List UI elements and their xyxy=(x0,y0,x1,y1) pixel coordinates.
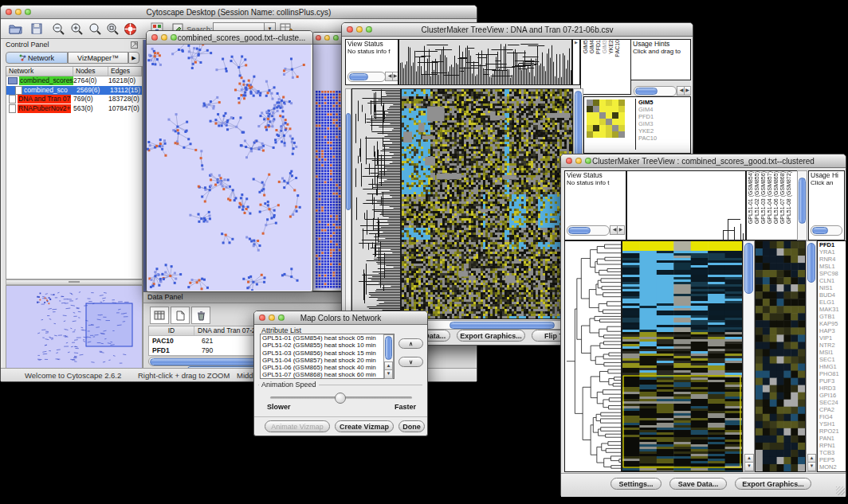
close-button[interactable] xyxy=(347,26,353,33)
network-titlebar[interactable]: combined_scores_good.txt--cluste... xyxy=(147,31,312,45)
tv1-status-hscrollbar[interactable] xyxy=(347,72,386,82)
gene-label[interactable]: VIP1 xyxy=(819,334,846,342)
resize-grip[interactable] xyxy=(836,486,845,495)
tv2-top-vscrollbar[interactable] xyxy=(797,170,807,240)
gene-label[interactable]: SEC24 xyxy=(819,399,846,406)
minimize-button[interactable] xyxy=(324,35,330,41)
col-network[interactable]: Network xyxy=(6,67,73,76)
tv2-zoom-vscrollbar[interactable]: ▲ ▼ xyxy=(806,240,817,472)
tab-network[interactable]: Network xyxy=(6,52,68,64)
delete-attribute-trash-icon[interactable] xyxy=(191,307,210,324)
gene-label[interactable]: GPI16 xyxy=(819,392,846,399)
attribute-item[interactable]: GPL51-02 (GSM855) heat shock 10 min xyxy=(261,342,394,349)
close-button[interactable] xyxy=(259,315,265,321)
scroll-down-arrow[interactable]: ▼ xyxy=(384,369,393,379)
tv2-zoomed-heatmap-canvas[interactable] xyxy=(755,240,806,472)
minimize-button[interactable] xyxy=(269,315,275,321)
tv1-hints-hscrollbar[interactable] xyxy=(634,86,677,96)
col-edges[interactable]: Edges xyxy=(108,67,142,76)
gene-label[interactable]: RPO21 xyxy=(819,428,846,435)
gene-label[interactable]: NTR2 xyxy=(819,342,846,349)
gene-label[interactable]: RPN1 xyxy=(819,442,846,449)
window-controls[interactable] xyxy=(151,34,177,41)
gene-label[interactable]: FIG4 xyxy=(819,413,846,420)
window-controls[interactable] xyxy=(316,35,339,41)
gene-label[interactable]: RNR4 xyxy=(819,256,846,263)
attribute-item[interactable]: GPL51-04 (GSM857) heat shock 20 min xyxy=(261,357,394,364)
tv2-column-dendrogram-canvas[interactable] xyxy=(626,170,746,240)
gene-label[interactable]: MAK31 xyxy=(819,306,846,313)
done-button[interactable]: Done xyxy=(398,420,425,432)
gene-label[interactable]: PAN1 xyxy=(819,435,846,442)
tv2-export-graphics-button[interactable]: Export Graphics... xyxy=(735,478,811,490)
tab-vizmapper[interactable]: VizMapper™ xyxy=(68,52,128,64)
gene-label[interactable]: MSL1 xyxy=(819,263,846,270)
minimize-button[interactable] xyxy=(161,34,167,41)
gene-label[interactable]: SPC98 xyxy=(819,270,846,277)
close-button[interactable] xyxy=(151,34,158,41)
gene-label[interactable]: MSI1 xyxy=(819,349,846,356)
treeview1-titlebar[interactable]: ClusterMaker TreeView : DNA and Tran 07-… xyxy=(342,23,693,37)
zoom-button[interactable] xyxy=(366,26,372,33)
gene-label[interactable]: YRA1 xyxy=(819,248,846,256)
zoom-button[interactable] xyxy=(585,158,591,164)
tv1-row-dendrogram-canvas[interactable] xyxy=(351,88,401,319)
gene-label[interactable]: NIS1 xyxy=(819,284,846,291)
zoom-button[interactable] xyxy=(333,35,339,41)
tv2-hints-hscrollbar[interactable] xyxy=(811,225,842,236)
tv1-similarity-matrix-canvas[interactable] xyxy=(587,100,625,138)
scroll-right-arrow[interactable]: ▶ xyxy=(684,86,691,96)
row-label[interactable]: GIM3 xyxy=(638,120,691,127)
minimize-button[interactable] xyxy=(15,9,22,15)
id-column-header[interactable]: ID xyxy=(149,326,194,335)
tv1-left-vscrollbar[interactable] xyxy=(345,88,351,319)
zoom-button[interactable] xyxy=(25,9,31,15)
row-label[interactable]: PAC10 xyxy=(638,135,691,142)
close-button[interactable] xyxy=(6,9,12,15)
window-controls[interactable] xyxy=(347,26,372,33)
gene-label[interactable]: PEP5 xyxy=(819,456,846,463)
zoom-out-icon[interactable] xyxy=(50,21,66,36)
network-row-combined-scores[interactable]: combined_scores 2764(0) 16218(0) xyxy=(6,76,142,86)
zoom-selected-icon[interactable] xyxy=(104,21,120,36)
column-label[interactable]: GIM3 xyxy=(602,40,608,53)
minimize-button[interactable] xyxy=(575,158,582,164)
select-attributes-icon[interactable] xyxy=(150,307,169,324)
panel-splitter[interactable] xyxy=(6,279,143,285)
scroll-right-arrow[interactable]: ▶ xyxy=(392,72,398,81)
gene-label[interactable]: GTB1 xyxy=(819,313,846,320)
help-lifering-icon[interactable] xyxy=(122,21,138,36)
new-attribute-icon[interactable] xyxy=(171,307,190,324)
create-vizmap-button[interactable]: Create Vizmap xyxy=(335,420,394,432)
scroll-right-arrow[interactable]: ▶ xyxy=(617,225,625,235)
main-titlebar[interactable]: Cytoscape Desktop (Session Name: collins… xyxy=(1,6,477,19)
column-label[interactable]: GPL51-03 (GSM856) xyxy=(760,171,767,224)
window-controls[interactable] xyxy=(6,9,31,15)
column-label[interactable]: GIM5 xyxy=(583,40,589,53)
close-button[interactable] xyxy=(566,158,572,164)
close-button[interactable] xyxy=(316,35,321,41)
gene-label[interactable]: PHO81 xyxy=(819,370,846,377)
zoom-in-icon[interactable] xyxy=(69,21,84,36)
gene-label[interactable]: PUF3 xyxy=(819,377,846,385)
attribute-item[interactable]: GPL51-07 (GSM868) heat shock 60 min xyxy=(261,371,394,378)
tv2-save-data-button[interactable]: Save Data... xyxy=(669,478,727,490)
gene-label[interactable]: KAP95 xyxy=(819,320,846,327)
attribute-item[interactable]: GPL51-06 (GSM865) heat shock 40 min xyxy=(261,364,394,371)
zoom-fit-icon[interactable] xyxy=(87,21,103,36)
minimize-button[interactable] xyxy=(356,26,363,33)
row-label[interactable]: GIM4 xyxy=(638,106,691,113)
network-table-header[interactable]: Network Nodes Edges xyxy=(6,67,142,76)
column-label[interactable]: GIM4 xyxy=(589,40,595,53)
gene-label[interactable]: HRD3 xyxy=(819,385,846,392)
treeview2-titlebar[interactable]: ClusterMaker TreeView : combined_scores_… xyxy=(561,154,846,168)
column-label[interactable]: GPL51-01 (GSM854) xyxy=(748,171,754,224)
window-controls[interactable] xyxy=(259,315,285,321)
save-button[interactable] xyxy=(29,21,45,36)
float-panel-icon[interactable] xyxy=(131,41,138,49)
col-nodes[interactable]: Nodes xyxy=(73,67,108,76)
gene-label[interactable]: CLN1 xyxy=(819,277,846,284)
window-controls[interactable] xyxy=(566,158,591,164)
open-file-button[interactable] xyxy=(7,21,23,36)
tv2-heatmap-canvas[interactable] xyxy=(622,240,743,472)
